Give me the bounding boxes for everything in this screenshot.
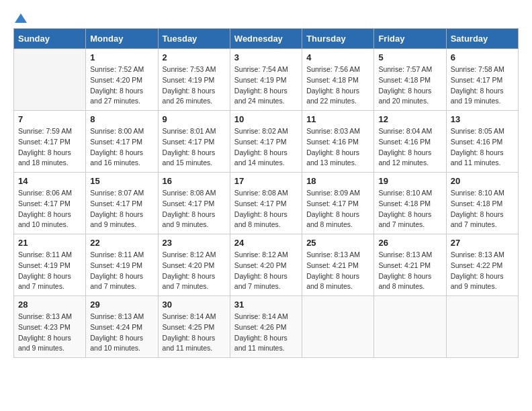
calendar-cell: 6Sunrise: 7:58 AMSunset: 4:17 PMDaylight… — [446, 49, 518, 111]
day-number: 24 — [234, 238, 298, 248]
day-info: Sunrise: 8:00 AMSunset: 4:17 PMDaylight:… — [90, 126, 153, 169]
day-number: 4 — [306, 52, 369, 62]
day-number: 7 — [18, 114, 81, 124]
col-header-monday: Monday — [86, 29, 158, 49]
day-number: 13 — [451, 114, 514, 124]
calendar-cell: 28Sunrise: 8:13 AMSunset: 4:23 PMDayligh… — [14, 296, 86, 358]
day-info: Sunrise: 7:52 AMSunset: 4:20 PMDaylight:… — [90, 64, 153, 107]
day-info: Sunrise: 8:11 AMSunset: 4:19 PMDaylight:… — [90, 250, 153, 292]
day-info: Sunrise: 8:08 AMSunset: 4:17 PMDaylight:… — [234, 188, 298, 230]
day-info: Sunrise: 8:01 AMSunset: 4:17 PMDaylight:… — [163, 126, 226, 169]
day-info: Sunrise: 7:53 AMSunset: 4:19 PMDaylight:… — [163, 64, 226, 107]
day-number: 21 — [18, 238, 81, 248]
calendar-cell: 9Sunrise: 8:01 AMSunset: 4:17 PMDaylight… — [158, 111, 230, 173]
day-info: Sunrise: 8:07 AMSunset: 4:17 PMDaylight:… — [90, 188, 153, 230]
calendar-cell: 17Sunrise: 8:08 AMSunset: 4:17 PMDayligh… — [230, 173, 302, 234]
day-number: 12 — [378, 114, 441, 124]
calendar-cell — [14, 49, 86, 111]
calendar-cell: 18Sunrise: 8:09 AMSunset: 4:17 PMDayligh… — [302, 173, 374, 234]
calendar-cell: 27Sunrise: 8:13 AMSunset: 4:22 PMDayligh… — [446, 234, 518, 296]
day-info: Sunrise: 8:13 AMSunset: 4:23 PMDaylight:… — [18, 312, 81, 354]
day-info: Sunrise: 8:13 AMSunset: 4:24 PMDaylight:… — [90, 312, 153, 354]
day-info: Sunrise: 8:06 AMSunset: 4:17 PMDaylight:… — [18, 188, 81, 230]
calendar-cell — [302, 296, 374, 358]
day-info: Sunrise: 8:13 AMSunset: 4:21 PMDaylight:… — [306, 250, 369, 292]
col-header-wednesday: Wednesday — [230, 29, 302, 49]
calendar-table: SundayMondayTuesdayWednesdayThursdayFrid… — [13, 28, 519, 358]
page-header — [13, 13, 519, 21]
calendar-cell: 11Sunrise: 8:03 AMSunset: 4:16 PMDayligh… — [302, 111, 374, 173]
calendar-cell: 23Sunrise: 8:12 AMSunset: 4:20 PMDayligh… — [158, 234, 230, 296]
day-info: Sunrise: 7:57 AMSunset: 4:18 PMDaylight:… — [378, 64, 441, 107]
calendar-cell: 13Sunrise: 8:05 AMSunset: 4:16 PMDayligh… — [446, 111, 518, 173]
col-header-tuesday: Tuesday — [158, 29, 230, 49]
day-info: Sunrise: 7:58 AMSunset: 4:17 PMDaylight:… — [451, 64, 514, 107]
col-header-saturday: Saturday — [446, 29, 518, 49]
calendar-cell: 16Sunrise: 8:08 AMSunset: 4:17 PMDayligh… — [158, 173, 230, 234]
day-number: 19 — [378, 176, 441, 186]
day-number: 28 — [18, 300, 81, 310]
week-row-2: 7Sunrise: 7:59 AMSunset: 4:17 PMDaylight… — [14, 111, 519, 173]
day-info: Sunrise: 8:14 AMSunset: 4:25 PMDaylight:… — [163, 312, 226, 354]
day-number: 9 — [163, 114, 226, 124]
day-number: 20 — [451, 176, 514, 186]
day-number: 11 — [306, 114, 369, 124]
day-number: 18 — [306, 176, 369, 186]
day-info: Sunrise: 7:54 AMSunset: 4:19 PMDaylight:… — [234, 64, 298, 107]
day-number: 6 — [451, 52, 514, 62]
calendar-cell: 3Sunrise: 7:54 AMSunset: 4:19 PMDaylight… — [230, 49, 302, 111]
day-number: 30 — [163, 300, 226, 310]
day-number: 22 — [90, 238, 153, 248]
day-info: Sunrise: 8:10 AMSunset: 4:18 PMDaylight:… — [378, 188, 441, 230]
day-number: 5 — [378, 52, 441, 62]
day-number: 3 — [234, 52, 298, 62]
calendar-cell: 29Sunrise: 8:13 AMSunset: 4:24 PMDayligh… — [86, 296, 158, 358]
week-row-5: 28Sunrise: 8:13 AMSunset: 4:23 PMDayligh… — [14, 296, 519, 358]
calendar-cell: 12Sunrise: 8:04 AMSunset: 4:16 PMDayligh… — [374, 111, 446, 173]
col-header-sunday: Sunday — [14, 29, 86, 49]
day-info: Sunrise: 8:12 AMSunset: 4:20 PMDaylight:… — [234, 250, 298, 292]
calendar-cell: 25Sunrise: 8:13 AMSunset: 4:21 PMDayligh… — [302, 234, 374, 296]
calendar-cell — [446, 296, 518, 358]
day-number: 8 — [90, 114, 153, 124]
calendar-cell — [374, 296, 446, 358]
day-info: Sunrise: 8:13 AMSunset: 4:21 PMDaylight:… — [378, 250, 441, 292]
week-row-3: 14Sunrise: 8:06 AMSunset: 4:17 PMDayligh… — [14, 173, 519, 234]
svg-marker-0 — [15, 13, 27, 23]
calendar-cell: 26Sunrise: 8:13 AMSunset: 4:21 PMDayligh… — [374, 234, 446, 296]
day-number: 17 — [234, 176, 298, 186]
calendar-cell: 2Sunrise: 7:53 AMSunset: 4:19 PMDaylight… — [158, 49, 230, 111]
week-row-4: 21Sunrise: 8:11 AMSunset: 4:19 PMDayligh… — [14, 234, 519, 296]
day-info: Sunrise: 8:12 AMSunset: 4:20 PMDaylight:… — [163, 250, 226, 292]
day-info: Sunrise: 8:11 AMSunset: 4:19 PMDaylight:… — [18, 250, 81, 292]
logo — [13, 13, 27, 21]
day-number: 2 — [163, 52, 226, 62]
day-info: Sunrise: 7:56 AMSunset: 4:18 PMDaylight:… — [306, 64, 369, 107]
col-header-friday: Friday — [374, 29, 446, 49]
day-number: 10 — [234, 114, 298, 124]
calendar-cell: 8Sunrise: 8:00 AMSunset: 4:17 PMDaylight… — [86, 111, 158, 173]
day-info: Sunrise: 8:13 AMSunset: 4:22 PMDaylight:… — [451, 250, 514, 292]
logo-icon — [15, 13, 27, 23]
day-number: 26 — [378, 238, 441, 248]
day-number: 15 — [90, 176, 153, 186]
calendar-cell: 30Sunrise: 8:14 AMSunset: 4:25 PMDayligh… — [158, 296, 230, 358]
calendar-cell: 14Sunrise: 8:06 AMSunset: 4:17 PMDayligh… — [14, 173, 86, 234]
day-number: 1 — [90, 52, 153, 62]
day-info: Sunrise: 7:59 AMSunset: 4:17 PMDaylight:… — [18, 126, 81, 169]
calendar-cell: 20Sunrise: 8:10 AMSunset: 4:18 PMDayligh… — [446, 173, 518, 234]
day-number: 29 — [90, 300, 153, 310]
day-info: Sunrise: 8:10 AMSunset: 4:18 PMDaylight:… — [451, 188, 514, 230]
day-number: 14 — [18, 176, 81, 186]
calendar-cell: 5Sunrise: 7:57 AMSunset: 4:18 PMDaylight… — [374, 49, 446, 111]
calendar-cell: 21Sunrise: 8:11 AMSunset: 4:19 PMDayligh… — [14, 234, 86, 296]
day-number: 23 — [163, 238, 226, 248]
calendar-cell: 10Sunrise: 8:02 AMSunset: 4:17 PMDayligh… — [230, 111, 302, 173]
day-info: Sunrise: 8:04 AMSunset: 4:16 PMDaylight:… — [378, 126, 441, 169]
day-number: 31 — [234, 300, 298, 310]
week-row-1: 1Sunrise: 7:52 AMSunset: 4:20 PMDaylight… — [14, 49, 519, 111]
calendar-cell: 31Sunrise: 8:14 AMSunset: 4:26 PMDayligh… — [230, 296, 302, 358]
calendar-cell: 24Sunrise: 8:12 AMSunset: 4:20 PMDayligh… — [230, 234, 302, 296]
day-number: 27 — [451, 238, 514, 248]
day-info: Sunrise: 8:03 AMSunset: 4:16 PMDaylight:… — [306, 126, 369, 169]
